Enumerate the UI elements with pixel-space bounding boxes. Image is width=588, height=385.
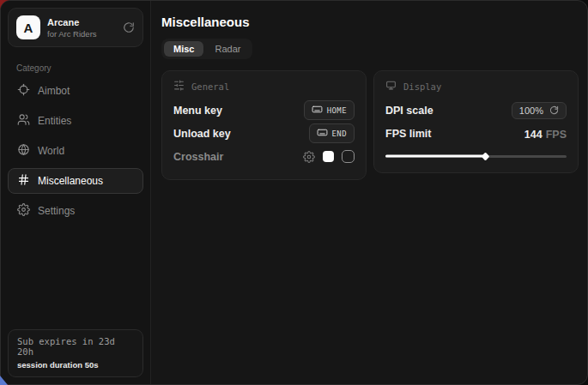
category-label: Category xyxy=(1,54,150,78)
brand-card: A Arcane for Arc Riders xyxy=(8,8,143,47)
main-content: Miscellaneous Misc Radar General Menu ke… xyxy=(151,1,588,384)
sidebar-item-settings[interactable]: Settings xyxy=(8,198,143,224)
dpi-scale-label: DPI scale xyxy=(385,105,433,117)
crosshair-checkbox[interactable] xyxy=(342,150,355,163)
keyboard-icon xyxy=(317,127,328,140)
sidebar-item-label: Entities xyxy=(38,115,71,127)
sidebar: A Arcane for Arc Riders Category Aimbot … xyxy=(1,1,151,384)
page-title: Miscellaneous xyxy=(161,15,579,29)
tab-misc[interactable]: Misc xyxy=(164,41,203,57)
reset-icon xyxy=(549,105,559,115)
unload-key-label: Unload key xyxy=(173,128,231,140)
refresh-icon[interactable] xyxy=(123,21,135,33)
app-title: Arcane xyxy=(47,17,116,27)
sub-expires-text: Sub expires in 23d 20h xyxy=(17,336,134,357)
keyboard-icon xyxy=(312,104,323,117)
display-card: Display DPI scale 100% FPS limit 144FPS xyxy=(373,70,579,173)
session-duration-text: session duration 50s xyxy=(17,360,134,370)
crosshair-settings-gear-icon[interactable] xyxy=(303,151,315,163)
tab-radar[interactable]: Radar xyxy=(205,41,250,57)
crosshair-color-swatch[interactable] xyxy=(323,151,334,162)
globe-icon xyxy=(17,143,30,159)
menu-key-label: Menu key xyxy=(173,105,222,117)
hash-grid-icon xyxy=(17,173,30,189)
unload-key-bind-button[interactable]: END xyxy=(309,123,355,143)
sliders-icon xyxy=(173,80,185,93)
mouse-cursor-icon xyxy=(0,376,8,385)
fps-slider-fill[interactable] xyxy=(385,155,485,158)
tab-bar: Misc Radar xyxy=(161,39,252,59)
sidebar-item-aimbot[interactable]: Aimbot xyxy=(8,78,143,104)
users-icon xyxy=(17,113,30,129)
menu-key-row: Menu key HOME xyxy=(173,99,355,122)
card-title: Display xyxy=(403,81,441,92)
crosshair-row: Crosshair xyxy=(173,145,355,168)
dpi-scale-select[interactable]: 100% xyxy=(512,102,567,119)
card-title: General xyxy=(191,81,229,92)
crosshair-label: Crosshair xyxy=(173,151,223,163)
unload-key-row: Unload key END xyxy=(173,122,355,145)
sidebar-item-label: Settings xyxy=(38,205,75,217)
sidebar-item-miscellaneous[interactable]: Miscellaneous xyxy=(8,168,143,194)
dpi-scale-row: DPI scale 100% xyxy=(385,99,567,122)
sidebar-item-label: World xyxy=(38,145,64,157)
sidebar-item-entities[interactable]: Entities xyxy=(8,108,143,134)
fps-unit: FPS xyxy=(546,129,567,141)
sidebar-nav: Aimbot Entities World Miscellaneous Sett… xyxy=(1,78,150,224)
monitor-icon xyxy=(385,80,397,93)
gear-icon xyxy=(17,203,30,219)
fps-limit-label: FPS limit xyxy=(385,128,431,140)
menu-key-bind-button[interactable]: HOME xyxy=(304,100,355,120)
subscription-info: Sub expires in 23d 20h session duration … xyxy=(8,329,143,377)
sidebar-item-world[interactable]: World xyxy=(8,138,143,164)
app-logo: A xyxy=(16,15,40,39)
app-subtitle: for Arc Riders xyxy=(47,29,116,39)
fps-value: 144 xyxy=(524,129,543,141)
sidebar-item-label: Miscellaneous xyxy=(38,175,103,187)
general-card: General Menu key HOME Unload key END xyxy=(161,70,367,180)
fps-slider[interactable] xyxy=(385,151,567,161)
sidebar-item-label: Aimbot xyxy=(38,85,70,97)
crosshair-icon xyxy=(17,83,30,99)
app-window: A Arcane for Arc Riders Category Aimbot … xyxy=(0,0,588,385)
fps-limit-row: FPS limit 144FPS xyxy=(385,122,567,145)
